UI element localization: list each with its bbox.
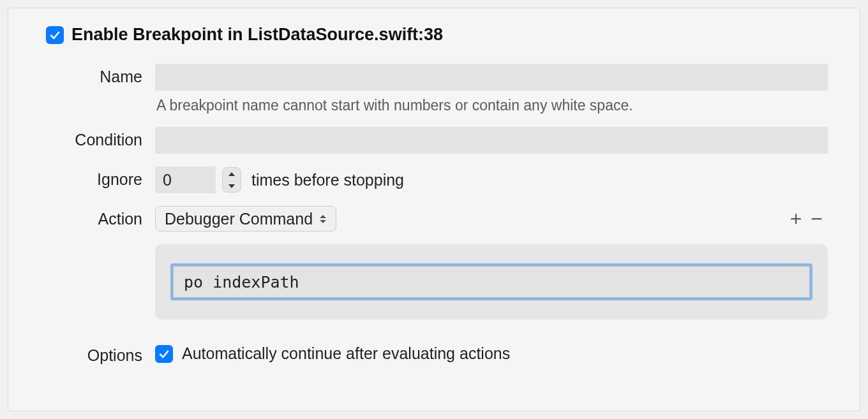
action-add-remove: + − (790, 209, 828, 229)
stepper-up-icon[interactable] (223, 168, 241, 180)
debugger-command-input[interactable] (173, 266, 810, 298)
checkmark-icon (49, 29, 61, 41)
ignore-stepper[interactable] (222, 167, 241, 193)
condition-input[interactable] (155, 127, 828, 154)
breakpoint-editor-panel: Enable Breakpoint in ListDataSource.swif… (8, 8, 860, 411)
auto-continue-label: Automatically continue after evaluating … (182, 344, 510, 363)
name-row: Name A breakpoint name cannot start with… (40, 64, 828, 114)
name-hint: A breakpoint name cannot start with numb… (155, 97, 828, 114)
command-input-wrap (170, 263, 812, 300)
action-type-select[interactable]: Debugger Command (155, 206, 336, 232)
ignore-row: Ignore times before stopping (40, 166, 828, 193)
ignore-label: Ignore (40, 166, 155, 189)
options-row: Options Automatically continue after eva… (40, 342, 828, 365)
options-label: Options (40, 342, 155, 365)
header-row: Enable Breakpoint in ListDataSource.swif… (40, 25, 828, 45)
select-arrows-icon (319, 214, 327, 224)
remove-action-button[interactable]: − (811, 209, 823, 229)
action-row: Action Debugger Command + − (40, 206, 828, 232)
condition-row: Condition (40, 127, 828, 154)
action-label: Action (40, 206, 155, 228)
condition-label: Condition (40, 127, 155, 149)
header-title: Enable Breakpoint in ListDataSource.swif… (71, 25, 443, 45)
name-input[interactable] (155, 64, 828, 91)
ignore-count-input[interactable] (155, 166, 216, 193)
name-label: Name (40, 64, 155, 86)
auto-continue-checkbox[interactable] (155, 345, 173, 363)
stepper-down-icon[interactable] (223, 180, 241, 192)
action-body (155, 244, 828, 320)
action-type-selected: Debugger Command (165, 210, 313, 228)
add-action-button[interactable]: + (790, 209, 802, 229)
enable-breakpoint-checkbox[interactable] (46, 26, 64, 44)
checkmark-icon (158, 348, 170, 360)
ignore-suffix: times before stopping (251, 171, 404, 189)
